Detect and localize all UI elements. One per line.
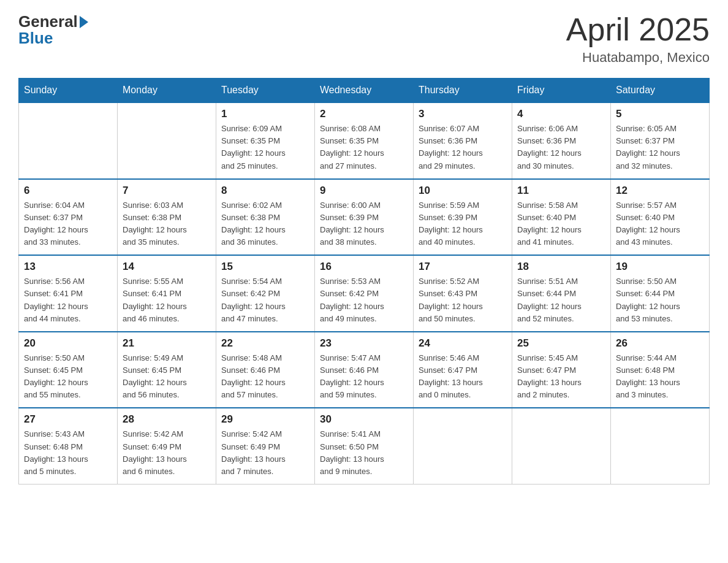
day-number: 17	[419, 261, 507, 273]
logo-text-general: General	[18, 12, 78, 31]
calendar-cell: 28Sunrise: 5:42 AMSunset: 6:49 PMDayligh…	[118, 408, 216, 484]
calendar-cell: 19Sunrise: 5:50 AMSunset: 6:44 PMDayligh…	[611, 255, 710, 332]
day-number: 1	[221, 108, 309, 120]
subtitle: Huatabampo, Mexico	[566, 50, 710, 66]
day-info: Sunrise: 6:05 AMSunset: 6:37 PMDaylight:…	[616, 123, 704, 172]
calendar-cell: 18Sunrise: 5:51 AMSunset: 6:44 PMDayligh…	[512, 255, 611, 332]
title-section: April 2025 Huatabampo, Mexico	[566, 12, 710, 66]
logo-block: General Blue	[18, 12, 88, 48]
day-info: Sunrise: 5:58 AMSunset: 6:40 PMDaylight:…	[517, 199, 605, 249]
day-info: Sunrise: 6:08 AMSunset: 6:35 PMDaylight:…	[320, 123, 408, 172]
day-number: 15	[221, 261, 309, 273]
day-info: Sunrise: 5:54 AMSunset: 6:42 PMDaylight:…	[221, 275, 309, 325]
calendar-cell: 29Sunrise: 5:42 AMSunset: 6:49 PMDayligh…	[216, 408, 315, 484]
day-number: 16	[320, 261, 408, 273]
day-number: 25	[517, 337, 605, 350]
day-number: 26	[616, 337, 704, 350]
day-number: 30	[320, 413, 408, 426]
calendar-cell: 26Sunrise: 5:44 AMSunset: 6:48 PMDayligh…	[611, 332, 710, 408]
calendar-cell: 8Sunrise: 6:02 AMSunset: 6:38 PMDaylight…	[216, 179, 315, 256]
calendar-cell	[19, 102, 118, 179]
day-info: Sunrise: 5:50 AMSunset: 6:44 PMDaylight:…	[616, 275, 704, 325]
day-number: 27	[24, 413, 112, 426]
header-tuesday: Tuesday	[216, 79, 315, 103]
day-info: Sunrise: 5:59 AMSunset: 6:39 PMDaylight:…	[419, 199, 507, 249]
day-info: Sunrise: 5:56 AMSunset: 6:41 PMDaylight:…	[24, 275, 112, 325]
day-info: Sunrise: 5:53 AMSunset: 6:42 PMDaylight:…	[320, 275, 408, 325]
page-header: General Blue April 2025 Huatabampo, Mexi…	[18, 12, 710, 66]
header-sunday: Sunday	[19, 79, 118, 103]
calendar-header: Sunday Monday Tuesday Wednesday Thursday…	[19, 79, 710, 103]
calendar-cell: 17Sunrise: 5:52 AMSunset: 6:43 PMDayligh…	[414, 255, 512, 332]
calendar-week-4: 20Sunrise: 5:50 AMSunset: 6:45 PMDayligh…	[19, 332, 710, 408]
calendar-week-3: 13Sunrise: 5:56 AMSunset: 6:41 PMDayligh…	[19, 255, 710, 332]
day-number: 18	[517, 261, 605, 273]
calendar-cell: 27Sunrise: 5:43 AMSunset: 6:48 PMDayligh…	[19, 408, 118, 484]
calendar-cell: 22Sunrise: 5:48 AMSunset: 6:46 PMDayligh…	[216, 332, 315, 408]
day-info: Sunrise: 5:43 AMSunset: 6:48 PMDaylight:…	[24, 428, 112, 478]
logo: General Blue	[18, 12, 88, 48]
day-number: 7	[123, 185, 211, 197]
day-number: 4	[517, 108, 605, 120]
calendar-cell	[118, 102, 216, 179]
day-info: Sunrise: 5:55 AMSunset: 6:41 PMDaylight:…	[123, 275, 211, 325]
logo-text-blue: Blue	[18, 29, 88, 48]
day-info: Sunrise: 6:07 AMSunset: 6:36 PMDaylight:…	[419, 123, 507, 172]
day-number: 24	[419, 337, 507, 350]
day-number: 29	[221, 413, 309, 426]
day-info: Sunrise: 5:44 AMSunset: 6:48 PMDaylight:…	[616, 352, 704, 402]
day-number: 10	[419, 185, 507, 197]
calendar-cell: 7Sunrise: 6:03 AMSunset: 6:38 PMDaylight…	[118, 179, 216, 256]
calendar-cell: 23Sunrise: 5:47 AMSunset: 6:46 PMDayligh…	[315, 332, 414, 408]
calendar-cell: 21Sunrise: 5:49 AMSunset: 6:45 PMDayligh…	[118, 332, 216, 408]
calendar-cell: 2Sunrise: 6:08 AMSunset: 6:35 PMDaylight…	[315, 102, 414, 179]
calendar-cell: 20Sunrise: 5:50 AMSunset: 6:45 PMDayligh…	[19, 332, 118, 408]
day-info: Sunrise: 5:42 AMSunset: 6:49 PMDaylight:…	[123, 428, 211, 478]
calendar-cell: 14Sunrise: 5:55 AMSunset: 6:41 PMDayligh…	[118, 255, 216, 332]
calendar-week-5: 27Sunrise: 5:43 AMSunset: 6:48 PMDayligh…	[19, 408, 710, 484]
day-number: 8	[221, 185, 309, 197]
logo-arrow-icon	[80, 16, 88, 28]
day-number: 6	[24, 185, 112, 197]
day-info: Sunrise: 5:42 AMSunset: 6:49 PMDaylight:…	[221, 428, 309, 478]
day-number: 13	[24, 261, 112, 273]
day-number: 19	[616, 261, 704, 273]
main-title: April 2025	[566, 12, 710, 47]
day-number: 23	[320, 337, 408, 350]
calendar-cell: 24Sunrise: 5:46 AMSunset: 6:47 PMDayligh…	[414, 332, 512, 408]
header-saturday: Saturday	[611, 79, 710, 103]
day-info: Sunrise: 5:41 AMSunset: 6:50 PMDaylight:…	[320, 428, 408, 478]
day-info: Sunrise: 5:49 AMSunset: 6:45 PMDaylight:…	[123, 352, 211, 402]
day-number: 28	[123, 413, 211, 426]
day-number: 20	[24, 337, 112, 350]
day-info: Sunrise: 6:02 AMSunset: 6:38 PMDaylight:…	[221, 199, 309, 249]
calendar-cell: 30Sunrise: 5:41 AMSunset: 6:50 PMDayligh…	[315, 408, 414, 484]
header-thursday: Thursday	[414, 79, 512, 103]
calendar-week-1: 1Sunrise: 6:09 AMSunset: 6:35 PMDaylight…	[19, 102, 710, 179]
day-number: 21	[123, 337, 211, 350]
calendar-cell: 3Sunrise: 6:07 AMSunset: 6:36 PMDaylight…	[414, 102, 512, 179]
calendar-cell: 9Sunrise: 6:00 AMSunset: 6:39 PMDaylight…	[315, 179, 414, 256]
calendar-cell	[414, 408, 512, 484]
calendar-body: 1Sunrise: 6:09 AMSunset: 6:35 PMDaylight…	[19, 102, 710, 484]
header-friday: Friday	[512, 79, 611, 103]
day-info: Sunrise: 5:48 AMSunset: 6:46 PMDaylight:…	[221, 352, 309, 402]
day-info: Sunrise: 6:09 AMSunset: 6:35 PMDaylight:…	[221, 123, 309, 172]
day-number: 9	[320, 185, 408, 197]
calendar-cell: 15Sunrise: 5:54 AMSunset: 6:42 PMDayligh…	[216, 255, 315, 332]
calendar-cell: 13Sunrise: 5:56 AMSunset: 6:41 PMDayligh…	[19, 255, 118, 332]
day-info: Sunrise: 6:04 AMSunset: 6:37 PMDaylight:…	[24, 199, 112, 249]
calendar-cell: 11Sunrise: 5:58 AMSunset: 6:40 PMDayligh…	[512, 179, 611, 256]
header-wednesday: Wednesday	[315, 79, 414, 103]
header-row: Sunday Monday Tuesday Wednesday Thursday…	[19, 79, 710, 103]
day-info: Sunrise: 6:03 AMSunset: 6:38 PMDaylight:…	[123, 199, 211, 249]
day-number: 12	[616, 185, 704, 197]
calendar-cell: 5Sunrise: 6:05 AMSunset: 6:37 PMDaylight…	[611, 102, 710, 179]
calendar-week-2: 6Sunrise: 6:04 AMSunset: 6:37 PMDaylight…	[19, 179, 710, 256]
day-number: 22	[221, 337, 309, 350]
calendar-cell: 12Sunrise: 5:57 AMSunset: 6:40 PMDayligh…	[611, 179, 710, 256]
day-number: 11	[517, 185, 605, 197]
day-number: 3	[419, 108, 507, 120]
day-info: Sunrise: 5:47 AMSunset: 6:46 PMDaylight:…	[320, 352, 408, 402]
day-info: Sunrise: 6:06 AMSunset: 6:36 PMDaylight:…	[517, 123, 605, 172]
